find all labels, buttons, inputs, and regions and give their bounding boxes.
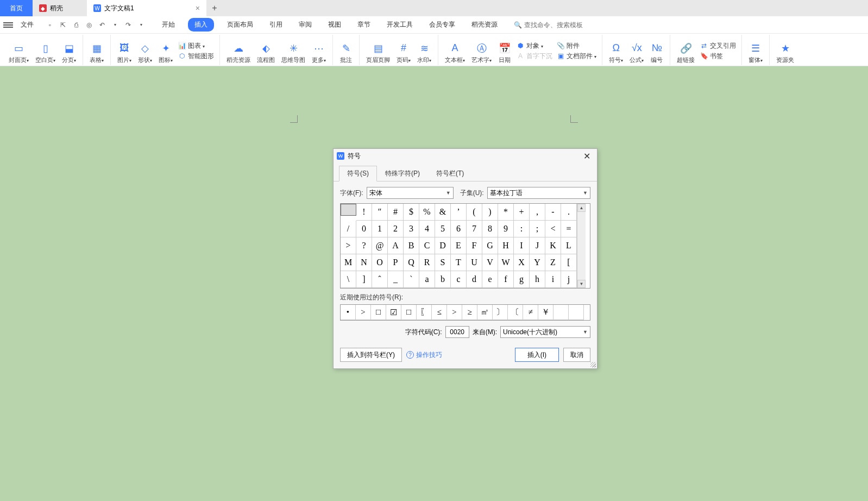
dialog-tab[interactable]: 符号栏(T) <box>428 166 472 181</box>
symbol-cell[interactable] <box>341 204 356 216</box>
symbol-cell[interactable]: U <box>467 254 482 271</box>
command-search[interactable]: 🔍 <box>514 21 600 29</box>
ribbon-资源夹[interactable]: ★资源夹 <box>773 37 797 65</box>
scrollbar[interactable]: ▲ ▼ <box>577 204 586 288</box>
symbol-cell[interactable]: a <box>419 271 435 288</box>
symbol-cell[interactable]: & <box>435 204 451 221</box>
ribbon-形状[interactable]: ◇形状▾ <box>135 37 155 65</box>
symbol-cell[interactable]: - <box>545 204 561 221</box>
ribbon-公式[interactable]: √x公式▾ <box>626 37 647 65</box>
ribbon-书签[interactable]: 🔖书签 <box>700 52 736 61</box>
symbol-cell[interactable]: > <box>341 237 356 254</box>
menu-tab-会员专享[interactable]: 会员专享 <box>426 18 458 32</box>
symbol-cell[interactable]: E <box>451 237 467 254</box>
recent-symbol-cell[interactable]: ☑ <box>386 305 401 320</box>
symbol-cell[interactable]: + <box>514 204 530 221</box>
symbol-cell[interactable]: J <box>530 237 545 254</box>
search-input[interactable] <box>524 21 600 29</box>
ribbon-流程图[interactable]: ⬖流程图 <box>254 37 278 65</box>
symbol-cell[interactable]: , <box>530 204 545 221</box>
close-icon[interactable]: × <box>196 4 200 12</box>
recent-symbol-cell[interactable]: > <box>356 305 371 320</box>
symbol-cell[interactable]: i <box>545 271 561 288</box>
symbol-cell[interactable]: L <box>561 237 577 254</box>
symbol-cell[interactable]: X <box>514 254 530 271</box>
tab-document[interactable]: W文字文稿1× <box>87 0 206 16</box>
scroll-track[interactable] <box>577 212 586 280</box>
scroll-down-icon[interactable]: ▼ <box>577 280 586 288</box>
symbol-cell[interactable]: ( <box>467 204 482 221</box>
symbol-cell[interactable]: A <box>388 237 404 254</box>
redo-icon[interactable]: ↷ <box>124 21 133 29</box>
symbol-cell[interactable]: I <box>514 237 530 254</box>
symbol-cell[interactable]: [ <box>561 254 577 271</box>
ribbon-符号[interactable]: Ω符号▾ <box>606 37 626 65</box>
symbol-cell[interactable]: $ <box>404 204 419 221</box>
symbol-cell[interactable]: M <box>341 254 356 271</box>
recent-symbol-cell[interactable]: ≤ <box>432 305 447 320</box>
ribbon-封面页[interactable]: ▭封面页▾ <box>5 37 32 65</box>
ribbon-附件[interactable]: 📎附件 <box>557 41 596 51</box>
symbol-cell[interactable]: ; <box>530 221 545 237</box>
dialog-tab[interactable]: 符号(S) <box>339 166 377 181</box>
menu-tab-视图[interactable]: 视图 <box>325 18 344 32</box>
ribbon-日期[interactable]: 📅日期 <box>495 37 514 65</box>
symbol-cell[interactable]: B <box>404 237 419 254</box>
recent-symbol-cell[interactable]: 〕 <box>493 305 508 320</box>
recent-symbol-cell[interactable]: ≥ <box>462 305 477 320</box>
recent-symbol-cell[interactable]: □ <box>371 305 386 320</box>
ribbon-智能图形[interactable]: ⬡智能图形 <box>178 52 214 61</box>
symbol-cell[interactable]: G <box>482 237 498 254</box>
ribbon-编号[interactable]: №编号 <box>647 37 666 65</box>
recent-symbol-cell[interactable]: ≠ <box>523 305 538 320</box>
ribbon-对象[interactable]: ⬢对象 ▾ <box>517 41 552 51</box>
ribbon-图表[interactable]: 📊图表 ▾ <box>178 41 214 51</box>
symbol-cell[interactable]: 4 <box>419 221 435 237</box>
ribbon-图片[interactable]: 🖼图片▾ <box>114 37 135 65</box>
symbol-cell[interactable]: 5 <box>435 221 451 237</box>
symbol-cell[interactable]: g <box>514 271 530 288</box>
menu-tab-开始[interactable]: 开始 <box>159 18 178 32</box>
ribbon-页码[interactable]: #页码▾ <box>393 37 414 65</box>
menu-tab-插入[interactable]: 插入 <box>188 18 214 32</box>
symbol-cell[interactable]: 7 <box>467 221 482 237</box>
tab-home[interactable]: 首页 <box>0 0 33 16</box>
ribbon-文档部件[interactable]: ▣文档部件 ▾ <box>557 52 596 61</box>
recent-symbol-cell[interactable]: • <box>341 305 356 320</box>
ribbon-艺术字[interactable]: Ⓐ艺术字▾ <box>468 37 495 65</box>
recent-symbol-cell[interactable]: > <box>447 305 462 320</box>
symbol-cell[interactable]: 6 <box>451 221 467 237</box>
symbol-cell[interactable]: ! <box>356 204 372 221</box>
preview-icon[interactable]: ◎ <box>85 21 93 29</box>
ribbon-分页[interactable]: ⬓分页▾ <box>59 37 79 65</box>
insert-to-bar-button[interactable]: 插入到符号栏(Y) <box>340 348 402 362</box>
symbol-cell[interactable]: S <box>435 254 451 271</box>
symbol-cell[interactable]: d <box>467 271 482 288</box>
symbol-cell[interactable]: * <box>498 204 514 221</box>
symbol-cell[interactable]: H <box>498 237 514 254</box>
symbol-cell[interactable]: F <box>467 237 482 254</box>
symbol-cell[interactable]: ) <box>482 204 498 221</box>
symbol-cell[interactable]: W <box>498 254 514 271</box>
recent-symbol-cell[interactable]: ㎡ <box>477 305 493 320</box>
ribbon-思维导图[interactable]: ✳思维导图 <box>278 37 309 65</box>
symbol-cell[interactable]: \ <box>341 271 356 288</box>
menu-tab-审阅[interactable]: 审阅 <box>295 18 315 32</box>
symbol-cell[interactable]: ` <box>404 271 419 288</box>
symbol-cell[interactable]: = <box>561 221 577 237</box>
dialog-tab[interactable]: 特殊字符(P) <box>377 166 428 181</box>
recent-symbol-cell[interactable]: □ <box>401 305 417 320</box>
symbol-cell[interactable]: T <box>451 254 467 271</box>
cancel-button[interactable]: 取消 <box>563 348 590 362</box>
symbol-cell[interactable]: / <box>341 221 356 237</box>
symbol-cell[interactable]: j <box>561 271 577 288</box>
insert-button[interactable]: 插入(I) <box>515 348 559 362</box>
symbol-cell[interactable]: Q <box>404 254 419 271</box>
menu-tab-章节[interactable]: 章节 <box>354 18 374 32</box>
symbol-cell[interactable]: N <box>356 254 372 271</box>
symbol-cell[interactable]: 1 <box>372 221 388 237</box>
tips-link[interactable]: ?操作技巧 <box>406 350 442 360</box>
symbol-cell[interactable]: Z <box>545 254 561 271</box>
ribbon-水印[interactable]: ≋水印▾ <box>414 37 435 65</box>
code-input[interactable] <box>445 326 469 338</box>
